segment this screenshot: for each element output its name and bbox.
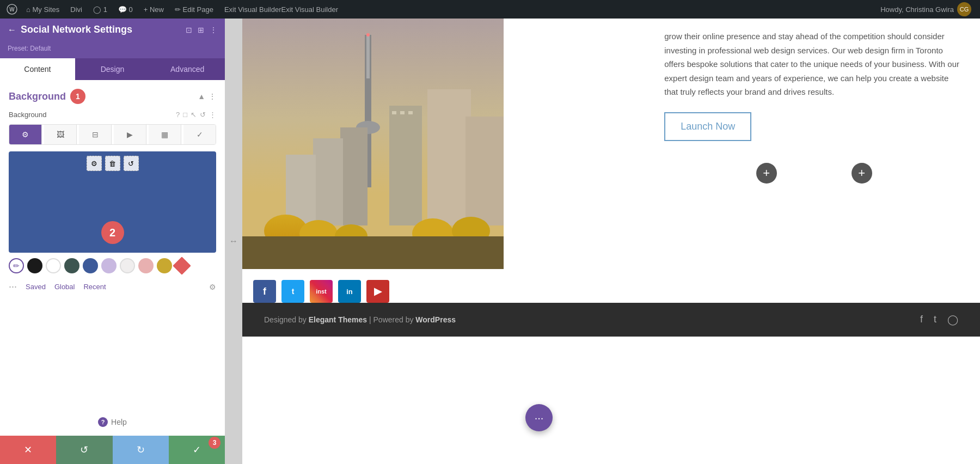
gradient-v-icon: ▶ [127,130,133,139]
bg-type-gradient-h-btn[interactable]: ⊟ [79,125,112,144]
reset-icon: ↺ [128,160,134,168]
add-column-button-1[interactable]: + [756,163,777,184]
bg-label-row: Background ? □ ↖ ↺ ⋮ [9,111,216,119]
global-tab[interactable]: Global [54,283,75,291]
color-reset-btn[interactable]: ↺ [124,156,139,171]
panel-header: ← Social Network Settings ⊡ ⊞ ⋮ [0,19,225,41]
facebook-button[interactable]: f [253,280,276,303]
swatch-lavender[interactable] [101,258,117,273]
social-icons-row: f t inst in ▶ [242,269,648,303]
color-swatches: ✏ [9,258,216,273]
twitter-button[interactable]: t [281,280,304,303]
section-title-row: Background 1 [9,89,85,104]
add-column-row: + + [664,141,964,205]
swatch-pink[interactable] [138,258,154,273]
image-type-icon: 🖼 [57,130,64,139]
swatch-black[interactable] [27,258,42,273]
city-image [242,19,504,269]
linkedin-button[interactable]: in [338,280,361,303]
help-row[interactable]: ? Help [0,408,225,436]
undo-button[interactable]: ↺ [56,436,112,464]
svg-point-6 [366,33,370,36]
wordpress-logo-icon[interactable]: W [4,0,20,19]
plus-icon: + [144,5,148,14]
window-icon[interactable]: ⊡ [186,26,192,34]
tab-content[interactable]: Content [0,58,75,80]
help-icon[interactable]: ? [176,111,180,119]
section-more-icon[interactable]: ⋮ [209,92,216,101]
bg-type-pattern-btn[interactable]: ▦ [149,125,181,144]
notifications-menu[interactable]: ◯ 1 [89,0,112,19]
background-section-header: Background 1 ▲ ⋮ [9,89,216,104]
exit-visual-builder-menu[interactable]: Exit Visual BuilderExit Visual Builder [220,0,342,19]
bg-type-gradient-v-btn[interactable]: ▶ [114,125,146,144]
fab-button[interactable]: ··· [525,404,553,431]
footer-instagram-icon[interactable]: ◯ [947,314,958,326]
recent-tab[interactable]: Recent [83,283,106,291]
pencil-icon: ✏ [175,5,181,14]
svg-text:W: W [9,7,15,13]
swatch-blue[interactable] [83,258,98,273]
more-icon[interactable]: ⋮ [209,111,216,119]
color-picker-btn[interactable]: ✏ [9,258,24,273]
gear-icon: ⚙ [91,160,97,168]
color-delete-btn[interactable]: 🗑 [105,156,120,171]
badge-3: 3 [209,437,220,449]
swatch-gold[interactable] [157,258,172,273]
bg-type-image-btn[interactable]: 🖼 [44,125,77,144]
tab-advanced[interactable]: Advanced [150,58,225,80]
trash-icon: 🗑 [109,160,116,168]
badge-2: 2 [101,221,124,244]
undo-bottom-icon: ↺ [80,444,88,456]
collapse-icon[interactable]: ▲ [198,92,205,101]
my-sites-menu[interactable]: ⌂ My Sites [22,0,64,19]
city-image-column: f t inst in ▶ [242,19,648,303]
swatch-settings-icon[interactable]: ⚙ [209,283,216,291]
instagram-icon: inst [316,288,327,295]
swatch-green[interactable] [64,258,79,273]
section-controls: ▲ ⋮ [198,92,216,101]
comments-menu[interactable]: 💬 0 [114,0,137,19]
arrow-icon[interactable]: ↖ [191,111,197,119]
redo-button[interactable]: ↻ [113,436,169,464]
bg-type-color-btn[interactable]: ⚙ [9,125,42,144]
preset-selector[interactable]: Preset: Default [8,45,51,52]
grid-icon[interactable]: ⊞ [198,26,204,34]
fab-container: ··· [525,404,553,431]
footer-twitter-icon[interactable]: t [934,314,936,326]
resize-handle[interactable]: ↔ [225,19,242,464]
svg-rect-12 [286,155,316,225]
launch-now-button[interactable]: Launch Now [664,112,751,141]
saved-tab[interactable]: Saved [26,283,46,291]
new-menu[interactable]: + New [139,0,168,19]
swatch-dots[interactable]: ··· [9,281,17,292]
save-icon: ✓ [193,444,201,456]
svg-rect-21 [242,236,504,269]
add-column-button-2[interactable]: + [852,163,872,184]
color-settings-btn[interactable]: ⚙ [87,156,102,171]
user-menu[interactable]: Howdy, Christina Gwira CG [876,2,976,16]
swatch-lightgray[interactable] [120,258,135,273]
undo-icon[interactable]: ↺ [200,111,206,119]
bg-type-video-btn[interactable]: ✓ [183,125,216,144]
panel-bottom-buttons: ✕ ↺ ↻ ✓ 3 [0,436,225,464]
plus-col-icon-1: + [763,166,770,180]
eyedropper-icon: ✏ [13,261,20,270]
youtube-button[interactable]: ▶ [366,280,389,303]
swatch-white[interactable] [46,258,61,273]
back-button[interactable]: ← [8,25,16,35]
tab-design[interactable]: Design [75,58,150,80]
swatch-red[interactable] [173,257,191,275]
facebook-icon: f [263,286,266,297]
redo-icon: ↻ [137,444,145,456]
instagram-button[interactable]: inst [310,280,333,303]
device-icon[interactable]: □ [183,111,187,119]
edit-page-menu[interactable]: ✏ Edit Page [170,0,218,19]
footer-social-icons: f t ◯ [920,314,958,326]
footer-facebook-icon[interactable]: f [920,314,923,326]
cancel-button[interactable]: ✕ [0,436,56,464]
divi-menu[interactable]: Divi [66,0,87,19]
save-button[interactable]: ✓ 3 [169,436,225,464]
svg-rect-11 [465,117,504,225]
more-options-icon[interactable]: ⋮ [210,26,217,34]
